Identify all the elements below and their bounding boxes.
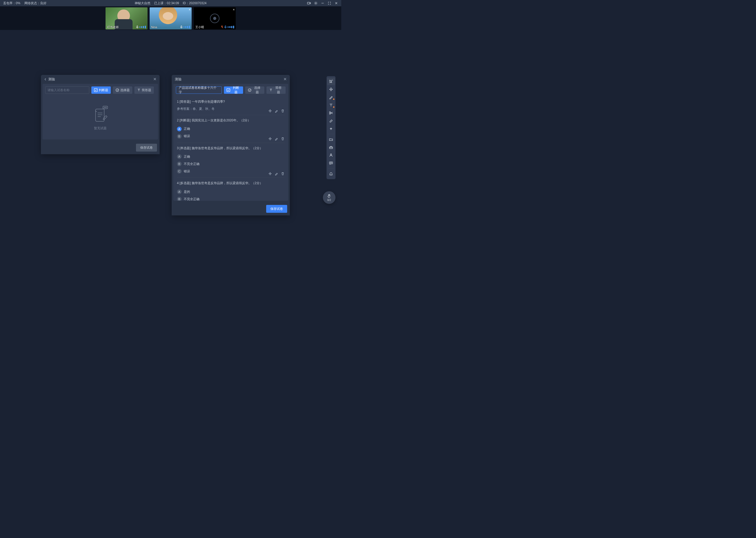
camera-off-icon [210, 14, 219, 23]
btn-short-answer[interactable]: 简答题 [266, 86, 286, 94]
move-icon[interactable] [268, 109, 272, 113]
option-text: 正确 [184, 127, 190, 131]
question-option[interactable]: A正确 [177, 125, 285, 133]
question-title: 3 [单选题] 施华洛世奇是反华品牌，所以梁鼎琪反华。（2分） [177, 146, 285, 150]
hand-count: 0/2 [327, 198, 331, 201]
edit-icon[interactable] [275, 172, 278, 176]
maximize-icon[interactable] [328, 1, 331, 5]
empty-text: 暂无试题 [94, 126, 107, 131]
video-tile-student[interactable]: × Nina [150, 7, 192, 29]
panel-close-icon[interactable] [283, 78, 287, 81]
mic-on-icon [136, 26, 139, 28]
close-window-icon[interactable] [334, 1, 338, 5]
move-icon[interactable] [268, 137, 272, 140]
option-text: 是的 [184, 190, 190, 194]
whiteboard-toolbar [327, 76, 336, 179]
svg-point-16 [330, 128, 332, 129]
hand-raise-button[interactable]: 0/2 [323, 191, 336, 204]
svg-rect-2 [137, 26, 138, 27]
video-name: 叮当老师 [107, 25, 118, 29]
text-icon [269, 88, 273, 92]
edit-icon[interactable] [275, 109, 278, 113]
mic-on-icon [180, 26, 183, 28]
btn-short-answer[interactable]: 简答题 [134, 86, 154, 94]
option-letter: B [177, 162, 182, 166]
tool-scissors[interactable] [327, 109, 335, 117]
option-text: 不完全正确 [184, 162, 200, 166]
video-name: Nina [151, 26, 157, 28]
tool-text[interactable] [327, 101, 335, 109]
question-item: 4 [多选题] 施华洛世奇是反华品牌，所以梁鼎琪反华。（2分）A是的B不完全正确… [177, 178, 285, 201]
delete-icon[interactable] [281, 172, 285, 176]
option-letter: A [177, 154, 182, 159]
tool-folder[interactable] [327, 136, 335, 143]
video-strip: 叮当老师 × Nina × 王小明 [0, 6, 341, 30]
option-text: 错误 [184, 134, 190, 138]
mic-icon [224, 26, 227, 28]
question-option[interactable]: B不完全正确 [177, 195, 285, 201]
panel-close-icon[interactable] [153, 78, 157, 81]
empty-state: 暂无试题 [42, 96, 158, 139]
tool-eraser[interactable] [327, 117, 335, 125]
tool-pen[interactable] [327, 93, 335, 101]
session-id: ID：2020070324 [183, 1, 207, 6]
svg-point-10 [105, 107, 106, 108]
course-title: 神秘大自然 [135, 1, 150, 6]
quiz-name-tag[interactable]: 产品说试卷名称最多十六个字 [176, 86, 222, 94]
save-quiz-button[interactable]: 保存试卷 [136, 144, 157, 152]
move-icon[interactable] [268, 172, 272, 176]
btn-judge-question[interactable]: 判断题 [224, 86, 243, 94]
question-option[interactable]: A正确 [177, 153, 285, 160]
tool-users[interactable] [327, 152, 335, 159]
tool-bell[interactable] [327, 170, 335, 178]
elapsed-time: 已上课：02:34:09 [154, 1, 179, 6]
question-title: 2 [判断题] 我国宪法上一次更新是在2020年。（2分） [177, 118, 285, 123]
question-option[interactable]: B不完全正确 [177, 160, 285, 168]
delete-icon[interactable] [281, 109, 285, 113]
tool-laser[interactable] [327, 125, 335, 133]
option-letter: A [177, 127, 182, 131]
delete-icon[interactable] [281, 137, 285, 140]
tool-cursor[interactable] [327, 78, 335, 85]
save-quiz-button[interactable]: 保存试卷 [266, 205, 287, 213]
quiz-name-input[interactable] [45, 86, 89, 94]
question-option[interactable]: A是的 [177, 188, 285, 195]
video-close-icon[interactable]: × [189, 8, 191, 12]
option-text: 错误 [184, 169, 190, 174]
tool-chat[interactable] [327, 159, 335, 167]
video-close-icon[interactable]: × [233, 8, 235, 12]
choice-icon [116, 88, 119, 92]
question-item: 1 [简答题] 一年四季分别是哪四季?参考答案：春、夏、秋、冬 [177, 96, 285, 115]
question-list[interactable]: 1 [简答题] 一年四季分别是哪四季?参考答案：春、夏、秋、冬2 [判断题] 我… [173, 96, 288, 201]
svg-rect-0 [307, 2, 310, 4]
panel-title: 测验 [48, 77, 55, 82]
video-tile-teacher[interactable]: 叮当老师 [106, 7, 148, 29]
edit-icon[interactable] [275, 137, 278, 140]
video-name: 王小明 [195, 25, 204, 29]
svg-point-21 [331, 163, 331, 163]
tool-move[interactable] [327, 86, 335, 93]
option-text: 正确 [184, 154, 190, 159]
option-letter: A [177, 189, 182, 194]
svg-rect-5 [225, 26, 226, 27]
question-item: 3 [单选题] 施华洛世奇是反华品牌，所以梁鼎琪反华。（2分）A正确B不完全正确… [177, 143, 285, 178]
record-icon[interactable] [307, 1, 311, 5]
settings-icon[interactable] [314, 1, 318, 5]
svg-point-18 [330, 154, 332, 155]
video-tile-camera-off[interactable]: × 王小明 [194, 7, 236, 29]
svg-point-9 [104, 107, 105, 108]
panel-title: 测验 [175, 77, 182, 82]
network-status: 网络状态：良好 [24, 1, 46, 6]
svg-point-15 [329, 113, 330, 114]
btn-choice-question[interactable]: 选择题 [113, 86, 132, 94]
btn-judge-question[interactable]: 判断题 [91, 86, 111, 94]
minimize-icon[interactable] [321, 1, 324, 5]
tool-toolbox[interactable] [327, 144, 335, 151]
back-icon[interactable] [44, 78, 47, 81]
option-letter: B [177, 134, 182, 139]
svg-rect-3 [181, 26, 182, 27]
svg-point-11 [106, 107, 107, 108]
choice-icon [248, 88, 252, 92]
judge-icon [94, 88, 98, 92]
btn-choice-question[interactable]: 选择题 [245, 86, 264, 94]
